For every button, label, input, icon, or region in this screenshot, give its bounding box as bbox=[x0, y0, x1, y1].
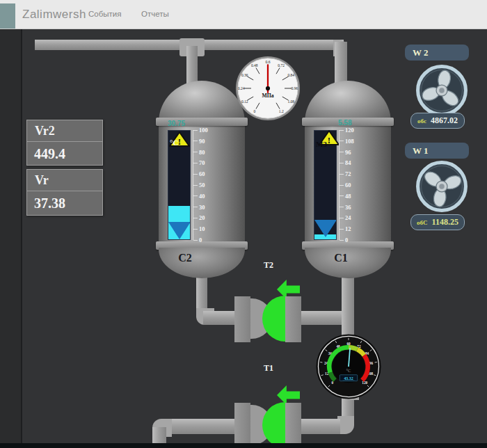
valve-flange-left bbox=[234, 403, 250, 448]
fan-w2-speed: обс 4867.02 bbox=[410, 113, 465, 129]
scale-tick-label: 50 bbox=[193, 182, 205, 189]
svg-text:0.36: 0.36 bbox=[241, 73, 248, 77]
scale-tick-label: 48 bbox=[340, 193, 351, 200]
valve-t2[interactable]: T2 bbox=[234, 260, 301, 345]
fan-w1-label: W 1 bbox=[405, 143, 469, 159]
svg-text:0: 0 bbox=[253, 109, 255, 113]
svg-text:0.84: 0.84 bbox=[287, 73, 294, 77]
vessel-dome-top bbox=[305, 81, 391, 122]
scale-tick-label: 100 bbox=[193, 127, 208, 134]
scale-tick-label: 10 bbox=[193, 225, 205, 232]
svg-text:43.32: 43.32 bbox=[344, 376, 353, 381]
svg-text:1.2: 1.2 bbox=[279, 109, 284, 113]
scale-tick-label: 72 bbox=[340, 170, 351, 177]
fan-w2-label: W 2 bbox=[405, 45, 469, 61]
left-strip bbox=[0, 29, 22, 448]
vessel-dome-top bbox=[159, 81, 245, 122]
fan-icon bbox=[413, 61, 471, 120]
scale-tick-label: 36 bbox=[340, 204, 351, 211]
speed-value: 4867.02 bbox=[431, 115, 458, 126]
bottom-strip bbox=[0, 443, 487, 448]
readout-value: 37.38 bbox=[27, 191, 102, 215]
svg-text:0.12: 0.12 bbox=[241, 99, 248, 104]
scale-tick-label: 0 bbox=[193, 237, 202, 243]
scale-tick-label: 60 bbox=[193, 170, 205, 177]
scale-tick-label: 0 bbox=[340, 237, 348, 243]
vessel-label: C1 bbox=[305, 252, 377, 264]
svg-text:!: ! bbox=[328, 135, 330, 145]
valve-flange-right bbox=[285, 403, 301, 448]
svg-text:0.48: 0.48 bbox=[251, 63, 258, 67]
top-bar: Zalimwersh События Отчеты bbox=[0, 0, 487, 29]
speed-value: 1148.25 bbox=[432, 217, 458, 227]
valve-t1[interactable]: T1 bbox=[234, 363, 301, 448]
valve-label: T2 bbox=[250, 260, 287, 271]
scale-tick-label: 84 bbox=[340, 159, 351, 166]
level-reading: 30.75 bbox=[168, 120, 185, 127]
menu-item-events[interactable]: События bbox=[88, 0, 121, 29]
scale-tick-label: 108 bbox=[340, 138, 354, 145]
valve-body-open bbox=[262, 296, 285, 342]
readout-label: Vr bbox=[27, 170, 102, 191]
scale-tick-label: 90 bbox=[193, 138, 205, 145]
svg-text:0.6: 0.6 bbox=[266, 60, 271, 64]
scale-tick-label: 24 bbox=[340, 214, 351, 221]
svg-text:°C: °C bbox=[346, 368, 351, 373]
scale-tick-label: 96 bbox=[340, 149, 351, 156]
hmi-screen: Zalimwersh События Отчеты Vr2 449.4 Vr 3… bbox=[0, 0, 487, 448]
scale-tick-label: 60 bbox=[340, 182, 351, 189]
fan-icon bbox=[413, 157, 471, 216]
speed-unit: обс bbox=[417, 118, 426, 125]
level-marker-icon bbox=[168, 222, 191, 239]
scale-tick-label: 80 bbox=[193, 149, 205, 156]
pipe-c1-inlet bbox=[335, 42, 347, 85]
level-reading: 5.58 bbox=[338, 119, 351, 127]
temperature-gauge: 01224364860728496108120°C43.32 bbox=[316, 334, 381, 399]
valve-flange-right bbox=[285, 296, 301, 342]
readout-box-vr: Vr 37.38 bbox=[26, 169, 103, 216]
svg-text:0.72: 0.72 bbox=[278, 63, 285, 67]
scale-tick-label: 120 bbox=[340, 127, 354, 134]
level-scale: 1009080706050403020100 bbox=[193, 130, 211, 240]
app-title: Zalimwersh bbox=[22, 0, 86, 29]
svg-text:МПа: МПа bbox=[262, 93, 273, 99]
svg-text:0.24: 0.24 bbox=[238, 86, 245, 90]
svg-text:1.08: 1.08 bbox=[287, 99, 294, 104]
pressure-gauge: 00.120.240.360.480.60.720.840.961.081.2М… bbox=[234, 55, 301, 122]
valve-body-open bbox=[262, 402, 285, 448]
speed-unit: обС bbox=[417, 219, 428, 226]
scale-tick-label: 12 bbox=[340, 225, 351, 232]
level-marker-icon bbox=[314, 220, 337, 237]
readout-label: Vr2 bbox=[27, 120, 102, 142]
readout-value: 449.4 bbox=[27, 142, 102, 166]
vessel-c1: C1 5.58 ! М3 12010896847260483624120 bbox=[302, 81, 394, 284]
alarm-unit-label: °C bbox=[170, 138, 178, 147]
level-scale: 12010896847260483624120 bbox=[339, 130, 358, 240]
scale-tick-label: 20 bbox=[193, 214, 205, 221]
fan-w1-speed: обС 1148.25 bbox=[410, 214, 465, 230]
scale-tick-label: 30 bbox=[193, 204, 205, 211]
scale-tick-label: 40 bbox=[193, 193, 205, 200]
valve-label: T1 bbox=[250, 363, 287, 374]
svg-text:120: 120 bbox=[362, 381, 367, 385]
scale-tick-label: 70 bbox=[193, 159, 205, 166]
pipe-c2-inlet bbox=[186, 46, 198, 85]
alarm-unit-label: М3 bbox=[316, 140, 327, 148]
readout-box-vr2: Vr2 449.4 bbox=[26, 120, 103, 166]
pipe-t2-left bbox=[203, 311, 236, 325]
menu-item-reports[interactable]: Отчеты bbox=[141, 0, 169, 29]
valve-flange-left bbox=[234, 296, 250, 342]
svg-text:!: ! bbox=[178, 136, 181, 147]
app-logo-square bbox=[0, 3, 15, 29]
svg-text:0.96: 0.96 bbox=[292, 86, 298, 90]
vessel-label: C2 bbox=[149, 252, 221, 264]
